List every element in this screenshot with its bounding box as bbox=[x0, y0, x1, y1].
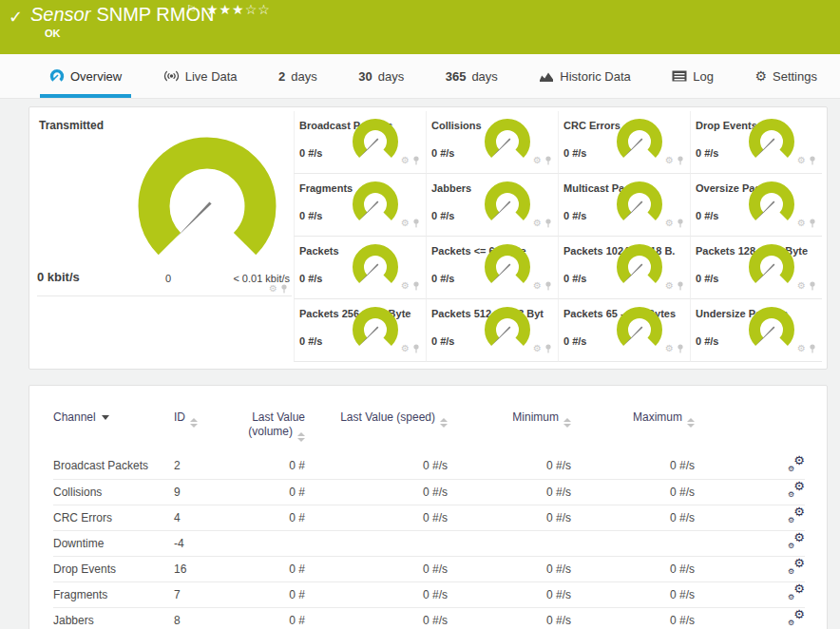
channel-gauge-cell[interactable]: CRC Errors 0 #/s ⚙ bbox=[558, 111, 690, 174]
gear-icon[interactable]: ⚙ bbox=[533, 219, 542, 228]
gear-icon[interactable]: ⚙ bbox=[797, 281, 806, 291]
gear-icon[interactable]: ⚙ bbox=[797, 344, 806, 353]
pin-icon[interactable] bbox=[809, 281, 816, 291]
channel-gauge-cell[interactable]: Packets 0 #/s ⚙ bbox=[294, 237, 426, 299]
channel-gauge bbox=[350, 243, 401, 295]
col-minimum[interactable]: Minimum bbox=[474, 410, 598, 453]
pin-icon[interactable] bbox=[412, 156, 420, 165]
pin-icon[interactable] bbox=[677, 156, 684, 165]
flag-icon[interactable]: ⚐ bbox=[186, 3, 197, 16]
pin-icon[interactable] bbox=[412, 344, 420, 353]
pin-icon[interactable] bbox=[544, 219, 552, 228]
gear-icon[interactable]: ⚙ bbox=[665, 344, 674, 353]
tab-365-days[interactable]: 365 days bbox=[436, 54, 507, 98]
gauge-cell-actions: ⚙ bbox=[797, 344, 816, 353]
channel-gauge-value: 0 #/s bbox=[431, 335, 454, 347]
table-row[interactable]: Fragments 7 0 # 0 #/s 0 #/s 0 #/s ⚙⚙ bbox=[53, 581, 805, 607]
channel-settings-icon[interactable]: ⚙⚙ bbox=[788, 611, 805, 626]
pin-icon[interactable] bbox=[544, 156, 552, 165]
channel-gauge bbox=[350, 118, 401, 169]
table-row[interactable]: Downtime -4 ⚙⚙ bbox=[53, 530, 805, 556]
gear-icon[interactable]: ⚙ bbox=[533, 156, 542, 165]
cell-minimum: 0 #/s bbox=[474, 607, 598, 629]
gear-icon: ⚙ bbox=[754, 69, 767, 83]
col-last-value-speed[interactable]: Last Value (speed) bbox=[332, 410, 474, 453]
channel-gauge-cell[interactable]: Jabbers 0 #/s ⚙ bbox=[426, 174, 558, 237]
channel-gauge-cell[interactable]: Packets 128 - 255 Bytes 0 #/s ⚙ bbox=[690, 237, 822, 299]
pin-icon[interactable] bbox=[412, 219, 420, 228]
tab-2-days[interactable]: 2 days bbox=[269, 54, 327, 98]
tab-30-days[interactable]: 30 days bbox=[349, 54, 413, 98]
tab-historic-data[interactable]: Historic Data bbox=[529, 54, 640, 98]
pin-icon[interactable] bbox=[412, 281, 420, 291]
tab-live-data[interactable]: Live Data bbox=[154, 54, 247, 98]
col-id[interactable]: ID bbox=[174, 410, 241, 453]
pin-icon[interactable] bbox=[677, 219, 684, 228]
tab-overview[interactable]: Overview bbox=[40, 54, 131, 98]
channel-gauge-cell[interactable]: Fragments 0 #/s ⚙ bbox=[294, 174, 426, 237]
table-row[interactable]: Collisions 9 0 # 0 #/s 0 #/s 0 #/s ⚙⚙ bbox=[53, 479, 805, 505]
gear-icon[interactable]: ⚙ bbox=[401, 344, 410, 353]
channel-gauge-value: 0 #/s bbox=[696, 335, 718, 347]
cell-channel[interactable]: Collisions bbox=[53, 479, 174, 505]
pin-icon[interactable] bbox=[280, 284, 288, 294]
pin-icon[interactable] bbox=[809, 156, 816, 165]
channel-settings-icon[interactable]: ⚙⚙ bbox=[788, 508, 805, 524]
pin-icon[interactable] bbox=[544, 281, 552, 291]
channel-gauge-cell[interactable]: Drop Events 0 #/s ⚙ bbox=[690, 111, 822, 174]
gear-icon[interactable]: ⚙ bbox=[797, 156, 806, 165]
channel-settings-icon[interactable]: ⚙⚙ bbox=[788, 457, 805, 472]
channel-gauge-cell[interactable]: Multicast Packets 0 #/s ⚙ bbox=[558, 174, 690, 237]
channel-gauge-cell[interactable]: Oversize Packets 0 #/s ⚙ bbox=[690, 174, 822, 237]
cell-channel[interactable]: Jabbers bbox=[53, 607, 174, 629]
pin-icon[interactable] bbox=[677, 281, 684, 291]
channel-gauge-cell[interactable]: Packets 65 - 127 Bytes 0 #/s ⚙ bbox=[558, 299, 690, 362]
table-row[interactable]: Drop Events 16 0 # 0 #/s 0 #/s 0 #/s ⚙⚙ bbox=[53, 556, 805, 581]
table-row[interactable]: Broadcast Packets 2 0 # 0 #/s 0 #/s 0 #/… bbox=[53, 453, 805, 479]
channel-settings-icon[interactable]: ⚙⚙ bbox=[788, 483, 805, 498]
gear-icon[interactable]: ⚙ bbox=[665, 156, 674, 165]
channel-gauge-cell[interactable]: Undersize Packets 0 #/s ⚙ bbox=[690, 299, 822, 362]
priority-stars[interactable]: ★★★☆☆ bbox=[206, 2, 271, 17]
channel-settings-icon[interactable]: ⚙⚙ bbox=[788, 560, 805, 575]
cell-channel[interactable]: Downtime bbox=[53, 530, 174, 556]
channel-gauge-cell[interactable]: Packets <= 64 Byte 0 #/s ⚙ bbox=[426, 237, 558, 299]
gear-icon[interactable]: ⚙ bbox=[533, 344, 542, 353]
cell-last-value-speed bbox=[332, 530, 474, 556]
col-maximum[interactable]: Maximum bbox=[598, 410, 721, 453]
gear-icon[interactable]: ⚙ bbox=[665, 219, 674, 228]
cell-channel[interactable]: Broadcast Packets bbox=[53, 453, 174, 479]
channel-gauge-value: 0 #/s bbox=[563, 147, 586, 159]
tab-log[interactable]: Log bbox=[662, 54, 723, 98]
channel-settings-icon[interactable]: ⚙⚙ bbox=[788, 585, 805, 600]
gear-icon[interactable]: ⚙ bbox=[401, 281, 410, 291]
channel-gauge-cell[interactable]: Packets 256 - 511 Bytes 0 #/s ⚙ bbox=[294, 299, 426, 362]
cell-id: -4 bbox=[174, 530, 241, 556]
pin-icon[interactable] bbox=[809, 344, 816, 353]
gear-icon[interactable]: ⚙ bbox=[665, 281, 674, 291]
pin-icon[interactable] bbox=[809, 219, 816, 228]
channel-settings-icon[interactable]: ⚙⚙ bbox=[788, 534, 805, 549]
gear-icon[interactable]: ⚙ bbox=[401, 219, 410, 228]
channel-gauge-value: 0 #/s bbox=[696, 210, 718, 221]
cell-channel[interactable]: CRC Errors bbox=[53, 505, 174, 530]
gear-icon[interactable]: ⚙ bbox=[401, 156, 410, 165]
channel-gauge-cell[interactable]: Packets 1024 - 1518 B... 0 #/s ⚙ bbox=[558, 237, 690, 299]
cell-channel[interactable]: Fragments bbox=[53, 581, 174, 607]
gear-icon[interactable]: ⚙ bbox=[269, 284, 277, 294]
cell-channel[interactable]: Drop Events bbox=[53, 556, 174, 581]
channel-gauge-cell[interactable]: Collisions 0 #/s ⚙ bbox=[426, 111, 558, 174]
transmitted-value: 0 kbit/s bbox=[37, 270, 80, 284]
table-row[interactable]: CRC Errors 4 0 # 0 #/s 0 #/s 0 #/s ⚙⚙ bbox=[53, 505, 805, 530]
gear-icon[interactable]: ⚙ bbox=[533, 281, 542, 291]
divider bbox=[37, 295, 292, 296]
channel-gauge-cell[interactable]: Packets 512 - 1023 Byt... 0 #/s ⚙ bbox=[426, 299, 558, 362]
pin-icon[interactable] bbox=[544, 344, 552, 353]
table-row[interactable]: Jabbers 8 0 # 0 #/s 0 #/s 0 #/s ⚙⚙ bbox=[53, 607, 805, 629]
col-channel[interactable]: Channel bbox=[53, 410, 174, 453]
gear-icon[interactable]: ⚙ bbox=[797, 219, 806, 228]
col-last-value-volume[interactable]: Last Value (volume) bbox=[241, 410, 332, 453]
tab-settings[interactable]: ⚙ Settings bbox=[745, 54, 827, 98]
channel-gauge-cell[interactable]: Broadcast Packets 0 #/s ⚙ bbox=[294, 111, 426, 174]
pin-icon[interactable] bbox=[677, 344, 684, 353]
